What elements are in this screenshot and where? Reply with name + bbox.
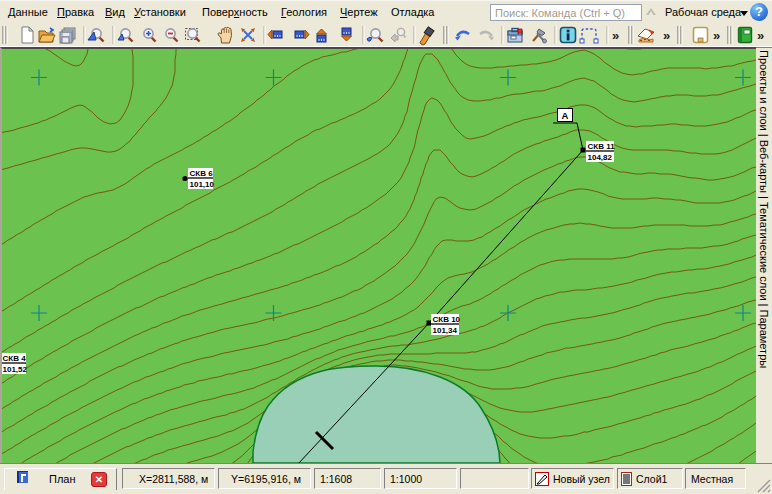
svg-text:»: »	[663, 28, 670, 43]
svg-text:»: »	[612, 28, 619, 43]
svg-text:»: »	[757, 28, 764, 43]
svg-text:СКВ 4: СКВ 4	[3, 354, 27, 363]
svg-text:А: А	[562, 110, 569, 121]
svg-text:СКВ 6: СКВ 6	[190, 169, 214, 178]
svg-text:104,82: 104,82	[588, 153, 613, 162]
svg-text:101,10: 101,10	[190, 180, 215, 189]
svg-text:101,52: 101,52	[3, 365, 28, 374]
svg-text:СКВ 11: СКВ 11	[588, 142, 616, 151]
svg-text:»: »	[713, 28, 720, 43]
svg-text:СКВ 10: СКВ 10	[433, 315, 461, 324]
svg-text:101,34: 101,34	[433, 326, 458, 335]
